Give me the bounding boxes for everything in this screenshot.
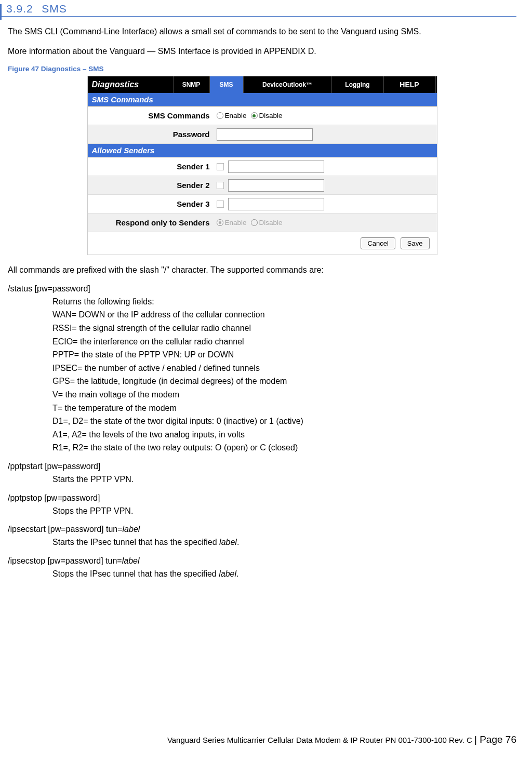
button-row: Cancel Save	[88, 232, 437, 255]
cmd-ipsecstart-line-prefix: Starts the IPsec tunnel that has the spe…	[52, 538, 219, 546]
cmd-status-line-9: D1=, D2= the state of the twor digital i…	[52, 415, 516, 428]
save-button[interactable]: Save	[401, 237, 430, 249]
command-list: /status [pw=password] Returns the follow…	[8, 284, 516, 581]
tab-deviceoutlook[interactable]: DeviceOutlook™	[244, 76, 332, 93]
cmd-status-line-3: ECIO= the interference on the cellular r…	[52, 335, 516, 349]
tab-logging[interactable]: Logging	[332, 76, 384, 93]
radio-enable[interactable]: Enable	[217, 112, 247, 119]
label-password: Password	[88, 130, 215, 139]
heading-left-border	[0, 4, 2, 20]
radio-dot-on-icon	[251, 112, 258, 119]
section-bar-sms-commands: SMS Commands	[88, 93, 437, 106]
para-commands-intro: All commands are prefixed with the slash…	[8, 264, 516, 276]
form-row-respond: Respond only to Senders Enable Disable	[88, 213, 437, 232]
cmd-status-name: /status [pw=password]	[8, 284, 516, 293]
cmd-ipsecstart-line-suffix: .	[237, 538, 239, 546]
figure-caption: Figure 47 Diagnostics – SMS	[8, 65, 516, 73]
heading-container: 3.9.2 SMS	[0, 0, 516, 17]
cmd-status-line-5: IPSEC= the number of active / enabled / …	[52, 362, 516, 375]
form-row-sms-commands: SMS Commands Enable Disable	[88, 106, 437, 125]
radio-dot-grey-icon	[217, 219, 223, 226]
cmd-pptpstart-line: Starts the PPTP VPN.	[52, 473, 516, 486]
form-row-sender1: Sender 1	[88, 157, 437, 176]
cmd-pptpstop-line: Stops the PPTP VPN.	[52, 504, 516, 518]
sender2-input[interactable]	[228, 179, 324, 192]
footer-text: Vanguard Series Multicarrier Cellular Da…	[167, 736, 474, 744]
radio-enable-label: Enable	[225, 112, 247, 119]
radio-respond-disable-label: Disable	[259, 219, 283, 226]
radio-dot-icon	[217, 112, 223, 119]
tab-bar: Diagnostics SNMP SMS DeviceOutlook™ Logg…	[88, 76, 437, 93]
sender1-input[interactable]	[228, 161, 324, 173]
cmd-pptpstop-name: /pptpstop [pw=password]	[8, 493, 516, 503]
checkbox-sender3[interactable]	[217, 201, 224, 208]
screenshot-sms-diagnostics: Diagnostics SNMP SMS DeviceOutlook™ Logg…	[87, 76, 437, 255]
cmd-status-line-0: Returns the following fields:	[52, 295, 516, 309]
radio-respond-disable: Disable	[251, 219, 283, 226]
form-row-sender3: Sender 3	[88, 195, 437, 213]
cmd-ipsecstop-prefix: /ipsecstop [pw=password] tun=	[8, 556, 122, 565]
label-respond: Respond only to Senders	[88, 218, 215, 227]
label-sender1: Sender 1	[88, 162, 215, 171]
cmd-ipsecstart-line: Starts the IPsec tunnel that has the spe…	[52, 536, 516, 549]
tab-help[interactable]: HELP	[384, 76, 436, 93]
form-row-sender2: Sender 2	[88, 176, 437, 195]
tab-sms[interactable]: SMS	[210, 76, 244, 93]
page-footer: Vanguard Series Multicarrier Cellular Da…	[167, 734, 516, 745]
cmd-status-line-10: A1=, A2= the levels of the two analog in…	[52, 428, 516, 442]
cmd-ipsecstart-line-italic: label	[219, 538, 237, 546]
cmd-status-line-6: GPS= the latitude, longitude (in decimal…	[52, 375, 516, 388]
label-sms-commands: SMS Commands	[88, 111, 215, 120]
intro-para-2: More information about the Vanguard — SM…	[8, 46, 516, 57]
cmd-status-line-2: RSSI= the signal strength of the cellula…	[52, 322, 516, 335]
cancel-button[interactable]: Cancel	[361, 237, 395, 249]
cmd-pptpstart-name: /pptpstart [pw=password]	[8, 462, 516, 471]
form-row-password: Password	[88, 125, 437, 144]
cmd-ipsecstop-line-italic: label	[219, 569, 236, 578]
label-sender2: Sender 2	[88, 181, 215, 190]
section-bar-allowed-senders: Allowed Senders	[88, 144, 437, 157]
cmd-ipsecstart-name: /ipsecstart [pw=password] tun=label	[8, 525, 516, 534]
radio-disable[interactable]: Disable	[251, 112, 283, 119]
footer-page: | Page 76	[474, 734, 516, 745]
cmd-status-line-7: V= the main voltage of the modem	[52, 388, 516, 402]
cmd-ipsecstart-prefix: /ipsecstart [pw=password] tun=	[8, 525, 123, 533]
radio-respond-enable: Enable	[217, 219, 247, 226]
radio-respond-enable-label: Enable	[225, 219, 247, 226]
tab-diagnostics[interactable]: Diagnostics	[88, 76, 174, 93]
cmd-ipsecstop-name: /ipsecstop [pw=password] tun=label	[8, 556, 516, 566]
sender3-input[interactable]	[228, 198, 324, 210]
cmd-status-line-11: R1=, R2= the state of the two relay outp…	[52, 441, 516, 455]
tab-snmp[interactable]: SNMP	[174, 76, 210, 93]
heading-number: 3.9.2	[6, 3, 33, 15]
intro-para-1: The SMS CLI (Command-Line Interface) all…	[8, 26, 516, 37]
password-input[interactable]	[217, 128, 313, 141]
cmd-status-line-4: PPTP= the state of the PPTP VPN: UP or D…	[52, 348, 516, 362]
cmd-ipsecstop-line: Stops the IPsec tunnel that has the spec…	[52, 567, 516, 581]
cmd-status-line-8: T= the temperature of the modem	[52, 402, 516, 415]
cmd-status-line-1: WAN= DOWN or the IP address of the cellu…	[52, 308, 516, 322]
radio-disable-label: Disable	[259, 112, 283, 119]
heading-title: SMS	[42, 3, 67, 15]
label-sender3: Sender 3	[88, 199, 215, 208]
checkbox-sender2[interactable]	[217, 182, 224, 189]
checkbox-sender1[interactable]	[217, 163, 224, 170]
cmd-ipsecstop-italic: label	[122, 556, 140, 565]
cmd-ipsecstop-line-suffix: .	[236, 569, 238, 578]
cmd-ipsecstart-italic: label	[123, 525, 140, 533]
radio-dot-empty-icon	[251, 219, 258, 226]
cmd-ipsecstop-line-prefix: Stops the IPsec tunnel that has the spec…	[52, 569, 219, 578]
